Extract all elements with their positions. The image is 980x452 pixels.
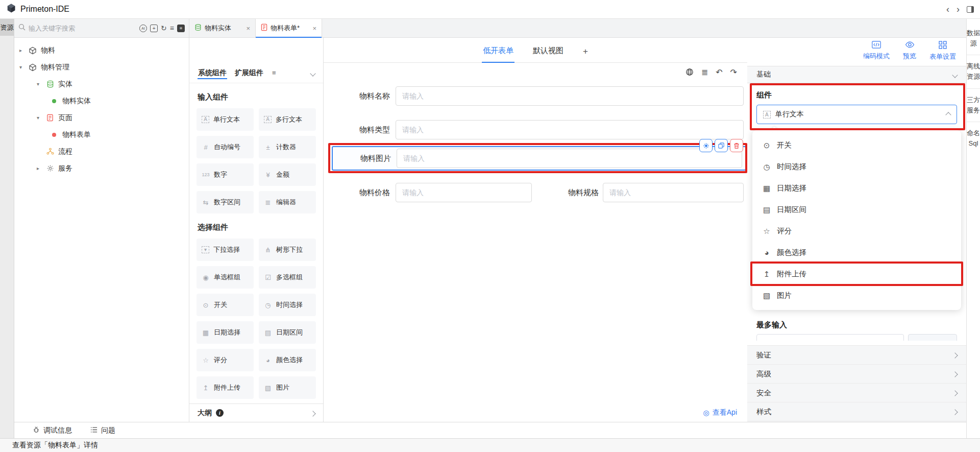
- tree-item-service[interactable]: ▸ 服务: [14, 160, 189, 177]
- palette-item-number-range[interactable]: ⇆数字区间: [197, 191, 254, 213]
- palette-item-dropdown[interactable]: ▾下拉选择: [197, 239, 254, 261]
- expander-expanded-icon[interactable]: ▾: [37, 115, 45, 121]
- outline-list-icon[interactable]: ≣: [701, 68, 708, 77]
- sort-icon[interactable]: ≡: [170, 25, 174, 32]
- tab-extended-components[interactable]: 扩展组件: [234, 64, 264, 82]
- i18n-globe-icon[interactable]: [685, 68, 694, 78]
- new-resource-icon[interactable]: +: [150, 25, 158, 32]
- outline-footer[interactable]: 大纲 i: [189, 403, 323, 422]
- palette-item-switch[interactable]: ⊙开关: [197, 294, 254, 316]
- max-input-box[interactable]: [756, 334, 904, 341]
- expander-expanded-icon[interactable]: ▾: [37, 81, 45, 87]
- basic-section-header[interactable]: 基础: [747, 66, 966, 83]
- dropdown-option-image[interactable]: ▧图片: [752, 284, 961, 306]
- search-input[interactable]: [29, 25, 136, 32]
- palette-item-radio-group[interactable]: ◉单选框组: [197, 266, 254, 289]
- section-validation[interactable]: 验证: [747, 346, 966, 365]
- preview-button[interactable]: 预览: [903, 41, 916, 61]
- tree-item-material-entity[interactable]: 物料实体: [14, 92, 189, 109]
- expander-expanded-icon[interactable]: ▾: [19, 64, 28, 70]
- add-view-button[interactable]: +: [582, 46, 589, 62]
- palette-item-auto-number[interactable]: #自动编号: [197, 136, 254, 158]
- doc-tab-entity[interactable]: 物料实体 ×: [189, 19, 256, 37]
- palette-item-rating[interactable]: ☆评分: [197, 349, 254, 371]
- form-field-name[interactable]: 物料名称: [324, 86, 747, 106]
- toggle-panel-icon[interactable]: [967, 6, 974, 13]
- ai-assist-icon[interactable]: AI: [139, 25, 147, 32]
- section-style[interactable]: 样式: [747, 402, 966, 421]
- palette-item-date-range[interactable]: ▤日期区间: [259, 321, 316, 344]
- dropdown-option-switch[interactable]: ⊙开关: [752, 134, 961, 156]
- palette-menu-icon[interactable]: ≡: [272, 69, 276, 77]
- field-input[interactable]: [396, 120, 744, 139]
- tree-item-material-mgmt[interactable]: ▾ 物料管理: [14, 59, 189, 76]
- close-tab-icon[interactable]: ×: [246, 25, 250, 32]
- tree-item-material[interactable]: ▸ 物料: [14, 42, 189, 59]
- palette-item-number[interactable]: 123数字: [197, 163, 254, 186]
- max-input-unit-box[interactable]: [908, 334, 957, 341]
- close-tab-icon[interactable]: ×: [312, 25, 316, 32]
- rail-tab-named-sql[interactable]: 命名Sql: [967, 122, 980, 155]
- history-forward-icon[interactable]: ›: [957, 5, 960, 14]
- field-input[interactable]: [397, 149, 742, 168]
- field-input-spec[interactable]: [603, 183, 744, 202]
- view-tab-lowcode-form[interactable]: 低开表单: [482, 46, 514, 62]
- undo-icon[interactable]: ↶: [716, 68, 722, 77]
- rail-tab-offline-resources[interactable]: 离线资源: [967, 55, 980, 88]
- tab-system-components[interactable]: 系统组件: [198, 64, 227, 82]
- rail-tab-thirdparty-services[interactable]: 三方服务: [967, 89, 980, 122]
- tree-item-entity-group[interactable]: ▾ 实体: [14, 76, 189, 92]
- max-input-field[interactable]: [756, 334, 957, 341]
- expander-collapsed-icon[interactable]: ▸: [19, 47, 28, 53]
- dropdown-option-date-picker[interactable]: ▦日期选择: [752, 177, 961, 199]
- form-field-type[interactable]: 物料类型: [324, 120, 747, 139]
- palette-item-image[interactable]: ▧图片: [259, 376, 316, 399]
- dropdown-option-attachment-upload[interactable]: ↥附件上传: [752, 263, 961, 284]
- tree-item-page-group[interactable]: ▾ 页面: [14, 109, 189, 126]
- palette-item-multi-text[interactable]: A多行文本: [259, 108, 316, 131]
- tree-item-material-form[interactable]: 物料表单: [14, 126, 189, 143]
- view-tab-default-view[interactable]: 默认视图: [532, 46, 565, 62]
- expander-collapsed-icon[interactable]: ▸: [37, 165, 45, 171]
- field-settings-button[interactable]: [699, 139, 713, 152]
- palette-item-tree-dropdown[interactable]: ⋔树形下拉: [259, 239, 316, 261]
- field-input[interactable]: [396, 86, 744, 106]
- selected-field-image[interactable]: 物料图片: [332, 146, 746, 171]
- palette-item-counter[interactable]: ±计数器: [259, 136, 316, 158]
- palette-item-checkbox-group[interactable]: ☑多选框组: [259, 266, 316, 289]
- view-switch-icon[interactable]: ≡: [177, 25, 185, 32]
- palette-item-attachment-upload[interactable]: ↥附件上传: [197, 376, 254, 399]
- form-field-image[interactable]: 物料图片: [333, 149, 745, 168]
- rail-tab-resources[interactable]: 资源: [0, 19, 14, 36]
- problems-button[interactable]: 问题: [90, 426, 115, 435]
- palette-scroll-area[interactable]: 输入组件 A单行文本 A多行文本 #自动编号 ±计数器 123数字 ¥金额 ⇆数…: [189, 83, 323, 403]
- palette-item-currency[interactable]: ¥金额: [259, 163, 316, 186]
- redo-icon[interactable]: ↷: [730, 68, 737, 77]
- dropdown-option-date-range[interactable]: ▤日期区间: [752, 199, 961, 220]
- palette-collapse-icon[interactable]: [311, 68, 315, 78]
- palette-item-color-picker[interactable]: ◕颜色选择: [259, 349, 316, 371]
- code-mode-button[interactable]: 编码模式: [863, 41, 890, 61]
- dropdown-option-time-picker[interactable]: ◷时间选择: [752, 156, 961, 177]
- debug-info-button[interactable]: 调试信息: [33, 426, 72, 435]
- view-api-link[interactable]: 查看Api: [713, 408, 737, 417]
- field-copy-button[interactable]: [715, 139, 728, 152]
- form-design-area[interactable]: 物料名称 物料类型: [324, 82, 747, 403]
- history-back-icon[interactable]: ‹: [946, 5, 949, 14]
- palette-item-time-picker[interactable]: ◷时间选择: [259, 294, 316, 316]
- field-delete-button[interactable]: [730, 139, 743, 152]
- section-advanced[interactable]: 高级: [747, 365, 966, 384]
- component-type-select[interactable]: A 单行文本: [756, 105, 957, 124]
- palette-item-date-picker[interactable]: ▦日期选择: [197, 321, 254, 344]
- form-settings-button[interactable]: 表单设置: [929, 41, 956, 61]
- refresh-icon[interactable]: ↻: [161, 25, 167, 32]
- section-security[interactable]: 安全: [747, 384, 966, 402]
- dropdown-option-rating[interactable]: ☆评分: [752, 220, 961, 242]
- doc-tab-form[interactable]: 物料表单* ×: [256, 19, 322, 37]
- tree-item-flow[interactable]: 流程: [14, 143, 189, 160]
- rail-tab-data-source[interactable]: 数据源: [967, 22, 980, 55]
- palette-item-single-text[interactable]: A单行文本: [197, 108, 254, 131]
- field-input-price[interactable]: [396, 183, 532, 202]
- dropdown-option-color-picker[interactable]: ◕颜色选择: [752, 242, 961, 263]
- palette-item-editor[interactable]: ≣编辑器: [259, 191, 316, 213]
